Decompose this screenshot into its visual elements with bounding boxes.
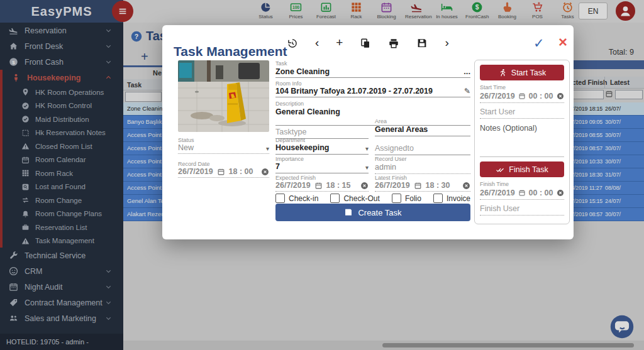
calendar-icon[interactable] [518,92,526,100]
finish-user-field[interactable]: Finish User [480,200,564,216]
panel-divider [480,156,564,157]
clear-icon[interactable] [261,168,269,176]
finish-time-date[interactable]: 26/7/2019 [480,189,515,197]
task-value: Zone Cleaning [275,67,330,76]
checkbox-folio[interactable]: Folio [392,194,421,203]
department-value: Housekeeping [275,143,329,152]
status-value: New [178,143,194,152]
finish-time-time[interactable]: 00 : 00 [529,189,553,197]
area-label: Area [375,118,470,124]
calendar-icon[interactable] [414,182,422,190]
record-user-value: admin [375,163,396,172]
notes-field[interactable]: Notes (Optional) [480,119,564,153]
status-label: Status [178,137,269,143]
copy-icon [360,38,371,49]
latest-finish-date[interactable]: 26/7/2019 [375,181,410,190]
checkbox-row: Check-inCheck-OutFolioInvoice [275,194,470,203]
create-task-label: Create Task [358,208,401,217]
checkbox-label: Folio [405,194,421,203]
create-task-button[interactable]: Create Task [275,204,470,221]
more-options-icon[interactable]: ... [464,67,470,76]
finish-task-label: Finish Task [509,165,548,174]
edit-pencil-icon[interactable]: ✎ [464,87,470,96]
chevron-down-icon[interactable]: ▾ [266,145,269,152]
importance-field[interactable]: Importance 7 ▾ [275,156,369,173]
expected-finish-date[interactable]: 26/7/2019 [275,181,311,190]
department-field[interactable]: Department Housekeeping ▾ [275,137,369,155]
assignedto-placeholder: Assignedto [375,144,414,153]
start-time-label: Start Time [480,84,564,90]
latest-finish-time[interactable]: 18 : 30 [426,181,450,190]
print-button[interactable] [388,36,399,49]
description-label: Description [275,101,470,107]
new-record-button[interactable]: + [336,36,343,49]
checkbox-icon[interactable] [392,194,401,203]
dialog-toolbar: ‹ + › [287,36,449,49]
record-user-label: Record User [375,156,470,162]
checkbox-icon[interactable] [433,194,443,203]
room-info-label: Room Info [275,80,470,87]
record-date-field[interactable]: Record Date 26/7/2019 18 : 00 [178,161,269,178]
room-info-field[interactable]: Room Info 104 Britany Tafoya 21.07.2019 … [275,80,470,97]
task-photo[interactable] [178,60,269,132]
area-field[interactable]: Area General Areas [375,118,470,136]
checkbox-icon[interactable] [330,194,340,203]
record-date-label: Record Date [178,161,269,167]
tasktype-field[interactable]: Tasktype [275,119,369,139]
checkbox-check-out[interactable]: Check-Out [330,194,379,203]
next-record-button[interactable]: › [445,36,448,49]
start-finish-panel: Start Task Start Time 26/7/2019 00 : 00 … [474,60,570,224]
calendar-icon[interactable] [217,168,225,176]
prev-record-button[interactable]: ‹ [315,36,319,49]
importance-value: 7 [275,162,280,171]
confirm-button[interactable]: ✓ [530,35,548,52]
save-icon [344,208,353,217]
latest-finish-label: Latest Finish [375,175,470,181]
clear-icon[interactable] [557,92,564,100]
expected-finish-field[interactable]: Expected Finish 26/7/2019 18 : 15 [275,175,369,192]
checkbox-icon[interactable] [275,194,285,203]
status-field[interactable]: Status New ▾ [178,137,269,154]
runner-icon [498,68,507,77]
checkbox-check-in[interactable]: Check-in [275,194,318,203]
task-field[interactable]: Task Zone Cleaning ... [275,60,470,78]
record-time-value[interactable]: 18 : 00 [229,167,253,176]
area-value: General Areas [375,125,428,134]
importance-label: Importance [275,156,369,162]
start-task-button[interactable]: Start Task [480,65,564,80]
finish-task-button[interactable]: Finish Task [480,161,564,177]
room-info-value: 104 Britany Tafoya 21.07.2019 - 27.07.20… [275,87,433,96]
start-user-field[interactable]: Start User [480,103,564,119]
wet-floor-photo-image [178,60,269,132]
assignedto-field[interactable]: Assignedto [375,137,470,155]
print-icon [388,38,399,49]
latest-finish-field[interactable]: Latest Finish 26/7/2019 18 : 30 [375,175,470,192]
record-date-value[interactable]: 26/7/2019 [178,167,213,176]
expected-finish-time[interactable]: 18 : 15 [326,181,351,190]
description-value: General Cleaning [275,107,340,116]
history-button[interactable] [287,36,298,49]
checkbox-label: Check-Out [343,194,379,203]
save-button[interactable] [416,36,428,49]
calendar-icon[interactable] [314,182,323,190]
close-button[interactable]: × [555,33,571,52]
calendar-icon[interactable] [518,189,526,197]
double-check-icon [496,165,504,174]
dialog-title: Task Management [174,44,287,59]
start-time-time[interactable]: 00 : 00 [529,92,553,101]
chevron-down-icon[interactable]: ▾ [365,145,369,152]
save-icon [416,38,428,49]
copy-button[interactable] [360,36,371,49]
start-time-date[interactable]: 26/7/2019 [480,92,515,101]
checkbox-invoice[interactable]: Invoice [433,194,470,203]
start-time-field[interactable]: 26/7/2019 00 : 00 [480,90,564,103]
finish-time-field[interactable]: 26/7/2019 00 : 00 [480,187,564,200]
department-label: Department [275,137,369,143]
clear-icon[interactable] [557,189,564,197]
task-label: Task [275,60,470,67]
chevron-down-icon[interactable]: ▾ [365,164,369,171]
clear-icon[interactable] [462,182,470,190]
clear-icon[interactable] [360,182,369,190]
checkbox-label: Invoice [447,194,470,203]
finish-time-label: Finish Time [480,181,564,187]
